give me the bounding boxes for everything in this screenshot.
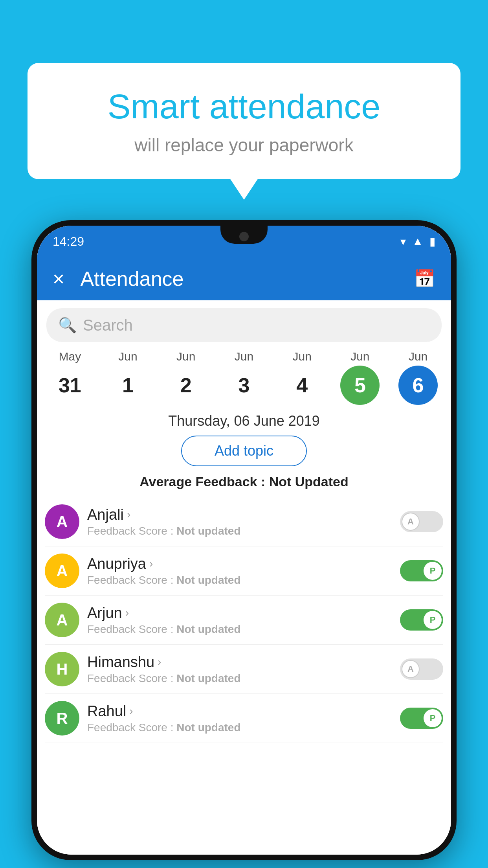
cal-month: Jun — [118, 350, 137, 363]
chevron-icon: › — [149, 557, 153, 570]
calendar-day[interactable]: Jun6 — [393, 350, 444, 405]
cal-date[interactable]: 5 — [340, 366, 380, 405]
notch — [220, 226, 268, 244]
search-input[interactable]: Search — [83, 316, 133, 334]
chevron-icon: › — [129, 705, 133, 717]
student-name: Himanshu — [87, 654, 154, 671]
signal-icon: ▲ — [412, 235, 423, 248]
student-info: Rahul ›Feedback Score : Not updated — [79, 703, 400, 734]
avatar: R — [45, 701, 79, 736]
wifi-icon: ▾ — [400, 235, 406, 248]
cal-month: Jun — [409, 350, 427, 363]
search-icon: 🔍 — [58, 316, 77, 334]
phone-screen: 14:29 ▾ ▲ ▮ × Attendance 📅 🔍 Search — [37, 226, 451, 855]
bubble-subtitle: will replace your paperwork — [59, 134, 429, 156]
cal-month: Jun — [350, 350, 369, 363]
cal-date[interactable]: 31 — [50, 366, 90, 405]
student-name: Anupriya — [87, 555, 146, 572]
student-info: Arjun ›Feedback Score : Not updated — [79, 605, 400, 636]
avatar: A — [45, 603, 79, 637]
avatar: A — [45, 504, 79, 539]
status-icons: ▾ ▲ ▮ — [400, 235, 435, 248]
cal-date[interactable]: 1 — [108, 366, 148, 405]
list-item[interactable]: AAnjali ›Feedback Score : Not updatedA — [45, 497, 443, 546]
toggle-knob: A — [402, 513, 420, 531]
speech-bubble-container: Smart attendance will replace your paper… — [28, 63, 460, 179]
cal-date[interactable]: 3 — [224, 366, 264, 405]
list-item[interactable]: HHimanshu ›Feedback Score : Not updatedA — [45, 645, 443, 694]
toggle-switch[interactable]: P — [400, 560, 443, 581]
avatar: H — [45, 652, 79, 686]
chevron-icon: › — [158, 656, 161, 668]
avg-feedback: Average Feedback : Not Updated — [37, 474, 451, 489]
calendar-day[interactable]: Jun5 — [334, 350, 385, 405]
student-list: AAnjali ›Feedback Score : Not updatedAAA… — [37, 497, 451, 743]
app-bar-title: Attendance — [80, 267, 414, 291]
attendance-toggle[interactable]: P — [400, 560, 443, 581]
student-info: Anupriya ›Feedback Score : Not updated — [79, 555, 400, 587]
search-bar[interactable]: 🔍 Search — [46, 308, 442, 342]
calendar-day[interactable]: Jun2 — [160, 350, 211, 405]
phone-inner: 14:29 ▾ ▲ ▮ × Attendance 📅 🔍 Search — [37, 226, 451, 855]
student-name: Rahul — [87, 703, 126, 720]
cal-date[interactable]: 4 — [283, 366, 322, 405]
bubble-title: Smart attendance — [59, 86, 429, 127]
toggle-knob: P — [424, 611, 442, 629]
cal-month: Jun — [235, 350, 253, 363]
student-name: Anjali — [87, 506, 124, 523]
calendar-day[interactable]: Jun3 — [218, 350, 270, 405]
calendar-strip: May31Jun1Jun2Jun3Jun4Jun5Jun6 — [37, 350, 451, 405]
notch-camera — [239, 232, 249, 241]
attendance-toggle[interactable]: A — [400, 658, 443, 680]
attendance-toggle[interactable]: P — [400, 609, 443, 631]
cal-month: Jun — [292, 350, 311, 363]
cal-date[interactable]: 6 — [398, 366, 438, 405]
status-time: 14:29 — [53, 234, 84, 249]
toggle-switch[interactable]: P — [400, 708, 443, 729]
avatar: A — [45, 554, 79, 588]
student-feedback: Feedback Score : Not updated — [87, 721, 392, 734]
selected-date-label: Thursday, 06 June 2019 — [37, 413, 451, 429]
calendar-day[interactable]: Jun4 — [277, 350, 328, 405]
toggle-switch[interactable]: A — [400, 658, 443, 680]
student-feedback: Feedback Score : Not updated — [87, 574, 392, 587]
chevron-icon: › — [127, 508, 130, 521]
student-feedback: Feedback Score : Not updated — [87, 672, 392, 685]
avg-feedback-label: Average Feedback : — [139, 474, 265, 489]
student-name: Arjun — [87, 605, 122, 622]
list-item[interactable]: RRahul ›Feedback Score : Not updatedP — [45, 694, 443, 743]
toggle-knob: P — [424, 562, 442, 580]
battery-icon: ▮ — [429, 235, 435, 248]
speech-bubble: Smart attendance will replace your paper… — [28, 63, 460, 179]
avg-feedback-value: Not Updated — [269, 474, 349, 489]
toggle-switch[interactable]: A — [400, 511, 443, 532]
calendar-icon[interactable]: 📅 — [414, 268, 435, 289]
attendance-toggle[interactable]: P — [400, 708, 443, 729]
student-feedback: Feedback Score : Not updated — [87, 623, 392, 636]
student-info: Himanshu ›Feedback Score : Not updated — [79, 654, 400, 685]
toggle-knob: A — [402, 660, 420, 678]
toggle-knob: P — [424, 709, 442, 727]
cal-month: Jun — [176, 350, 195, 363]
student-feedback: Feedback Score : Not updated — [87, 525, 392, 537]
chevron-icon: › — [125, 607, 129, 619]
app-bar: × Attendance 📅 — [37, 257, 451, 300]
cal-date[interactable]: 2 — [166, 366, 205, 405]
toggle-switch[interactable]: P — [400, 609, 443, 631]
student-info: Anjali ›Feedback Score : Not updated — [79, 506, 400, 537]
phone-frame: 14:29 ▾ ▲ ▮ × Attendance 📅 🔍 Search — [31, 220, 457, 860]
list-item[interactable]: AAnupriya ›Feedback Score : Not updatedP — [45, 546, 443, 596]
app-content: 🔍 Search May31Jun1Jun2Jun3Jun4Jun5Jun6 T… — [37, 300, 451, 855]
attendance-toggle[interactable]: A — [400, 511, 443, 532]
list-item[interactable]: AArjun ›Feedback Score : Not updatedP — [45, 596, 443, 645]
calendar-day[interactable]: Jun1 — [103, 350, 154, 405]
add-topic-button[interactable]: Add topic — [181, 436, 307, 466]
status-bar: 14:29 ▾ ▲ ▮ — [37, 226, 451, 257]
cal-month: May — [59, 350, 81, 363]
calendar-day[interactable]: May31 — [44, 350, 95, 405]
close-button[interactable]: × — [53, 267, 64, 291]
